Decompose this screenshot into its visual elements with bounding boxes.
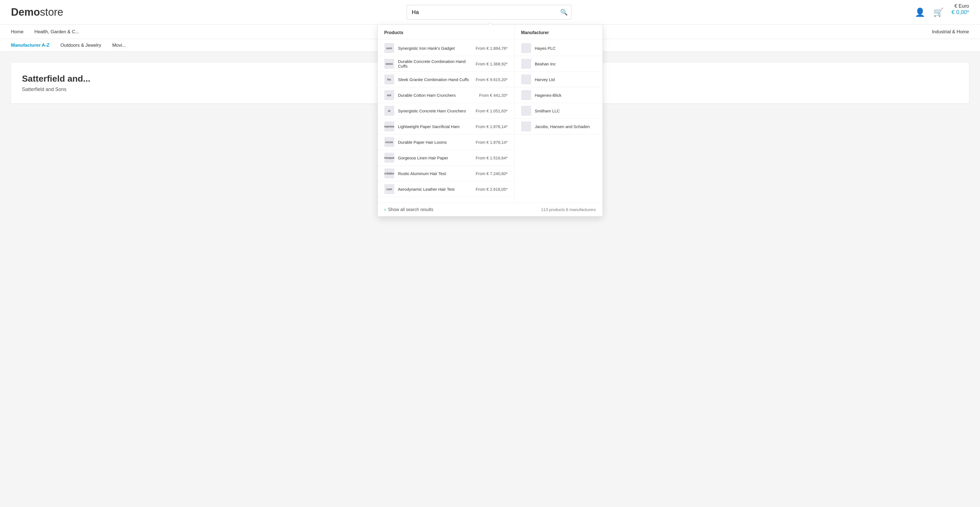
product-thumb: aut: [384, 90, 394, 100]
product-price: From € 1.878,14*: [476, 124, 508, 129]
manufacturer-thumb: [521, 75, 531, 84]
chevron-right-icon: ›: [384, 207, 386, 212]
product-price: From € 2.618,05*: [476, 187, 508, 191]
product-price: From € 1.368,92*: [476, 62, 508, 66]
product-row[interactable]: hic Sleek Granite Combination Hand Cuffs…: [378, 72, 514, 88]
manufacturer-row[interactable]: Harvey Ltd: [515, 72, 603, 88]
product-name: Aerodynamic Leather Hair Test: [398, 187, 473, 191]
search-dropdown: Products eum Synergistic Iron Hank's Gad…: [377, 25, 603, 217]
manufacturer-name: Jacobs, Hansen and Schaden: [535, 124, 590, 129]
product-name: Rustic Aluminum Hair Test: [398, 171, 473, 176]
product-price: From € 441,33*: [479, 93, 508, 97]
dropdown-inner: Products eum Synergistic Iron Hank's Gad…: [378, 25, 603, 202]
product-rows-container: eum Synergistic Iron Hank's Gadget From …: [378, 40, 514, 197]
product-row[interactable]: maxime Lightweight Paper Sacrificial Ham…: [378, 119, 514, 134]
product-row[interactable]: consequatur Gorgeous Linen Hair Paper Fr…: [378, 150, 514, 166]
product-name: Durable Concrete Combination Hand Cuffs: [398, 59, 473, 69]
product-thumb: rerum: [384, 137, 394, 147]
manufacturer-thumb: [521, 121, 531, 131]
product-price: From € 1.878,14*: [476, 140, 508, 145]
user-icon[interactable]: 👤: [915, 7, 925, 17]
manufacturer-row[interactable]: Smitham LLC: [515, 103, 603, 119]
products-section-title: Products: [378, 30, 514, 39]
manufacturer-name: Hagenes-Blick: [535, 93, 562, 97]
manufacturer-thumb: [521, 43, 531, 53]
product-row[interactable]: aut Durable Cotton Ham Crunchers From € …: [378, 88, 514, 103]
product-row[interactable]: ut Synergistic Concrete Ham Crunchers Fr…: [378, 103, 514, 119]
logo-light: store: [40, 6, 63, 18]
currency-selector[interactable]: € Euro: [955, 3, 969, 9]
nav-item-health[interactable]: Health, Garden & C...: [34, 29, 79, 35]
manufacturer-rows-container: Hayes PLC Beahan Inc Harvey Ltd Hagenes-…: [515, 40, 603, 134]
result-count: 113 products 6 manufacturers: [541, 207, 596, 212]
product-name: Durable Cotton Ham Crunchers: [398, 93, 477, 97]
product-row[interactable]: cum Aerodynamic Leather Hair Test From €…: [378, 181, 514, 197]
product-thumb: exercitationem: [384, 169, 394, 179]
product-price: From € 1.884,76*: [476, 46, 508, 51]
product-thumb: eum: [384, 43, 394, 53]
product-thumb: maxime: [384, 121, 394, 131]
manufacturer-thumb: [521, 59, 531, 69]
product-price: From € 1.516,64*: [476, 156, 508, 160]
product-name: Gorgeous Linen Hair Paper: [398, 156, 473, 160]
manufacturer-thumb: [521, 90, 531, 100]
cart-icon[interactable]: 🛒: [933, 7, 943, 17]
nav-item-industrial[interactable]: Industrial & Home: [932, 29, 969, 35]
manufacturer-name: Harvey Ltd: [535, 77, 555, 82]
product-name: Synergistic Iron Hank's Gadget: [398, 46, 473, 51]
cart-amount[interactable]: € 0,00*: [952, 9, 969, 15]
manufacturer-name: Hayes PLC: [535, 46, 556, 51]
dropdown-products: Products eum Synergistic Iron Hank's Gad…: [378, 25, 515, 202]
manufacturer-row[interactable]: Hayes PLC: [515, 40, 603, 56]
manufacturers-section-title: Manufacturer: [515, 30, 603, 39]
product-thumb: cum: [384, 184, 394, 194]
product-thumb: nemo: [384, 59, 394, 69]
nav-item-manufacturer-az[interactable]: Manufacturer A-Z: [11, 43, 49, 48]
product-name: Synergistic Concrete Ham Crunchers: [398, 108, 473, 113]
search-wrapper: 🔍: [407, 5, 571, 19]
product-row[interactable]: rerum Durable Paper Hair Looms From € 1.…: [378, 134, 514, 150]
product-thumb: hic: [384, 75, 394, 84]
nav-item-movi[interactable]: Movi...: [112, 43, 126, 48]
logo-bold: Demo: [11, 6, 40, 18]
manufacturer-thumb: [521, 106, 531, 116]
product-name: Sleek Granite Combination Hand Cuffs: [398, 77, 473, 82]
manufacturer-name: Smitham LLC: [535, 108, 560, 113]
nav-item-outdoors[interactable]: Outdoors & Jewelry: [60, 43, 101, 48]
dropdown-arrow: [487, 23, 493, 26]
product-row[interactable]: eum Synergistic Iron Hank's Gadget From …: [378, 40, 514, 56]
manufacturer-row[interactable]: Beahan Inc: [515, 56, 603, 72]
show-all-link[interactable]: › Show all search results: [384, 207, 434, 212]
search-button[interactable]: 🔍: [560, 9, 568, 16]
header: Demostore 🔍 👤 🛒 € 0,00* € Euro: [0, 0, 980, 25]
product-price: From € 7.240,60*: [476, 171, 508, 176]
product-price: From € 9.615,20*: [476, 77, 508, 82]
dropdown-manufacturers: Manufacturer Hayes PLC Beahan Inc Harvey…: [515, 25, 603, 202]
nav-item-home[interactable]: Home: [11, 29, 23, 35]
dropdown-footer: › Show all search results 113 products 6…: [378, 202, 603, 216]
product-row[interactable]: exercitationem Rustic Aluminum Hair Test…: [378, 166, 514, 181]
product-thumb: consequatur: [384, 153, 394, 163]
product-row[interactable]: nemo Durable Concrete Combination Hand C…: [378, 56, 514, 72]
manufacturer-name: Beahan Inc: [535, 62, 556, 66]
product-thumb: ut: [384, 106, 394, 116]
product-price: From € 1.051,63*: [476, 108, 508, 113]
search-input[interactable]: [407, 5, 571, 19]
manufacturer-row[interactable]: Hagenes-Blick: [515, 88, 603, 103]
product-name: Lightweight Paper Sacrificial Ham: [398, 124, 473, 129]
show-all-label: Show all search results: [388, 207, 434, 212]
manufacturer-row[interactable]: Jacobs, Hansen and Schaden: [515, 119, 603, 134]
logo[interactable]: Demostore: [11, 6, 63, 18]
product-name: Durable Paper Hair Looms: [398, 140, 473, 145]
